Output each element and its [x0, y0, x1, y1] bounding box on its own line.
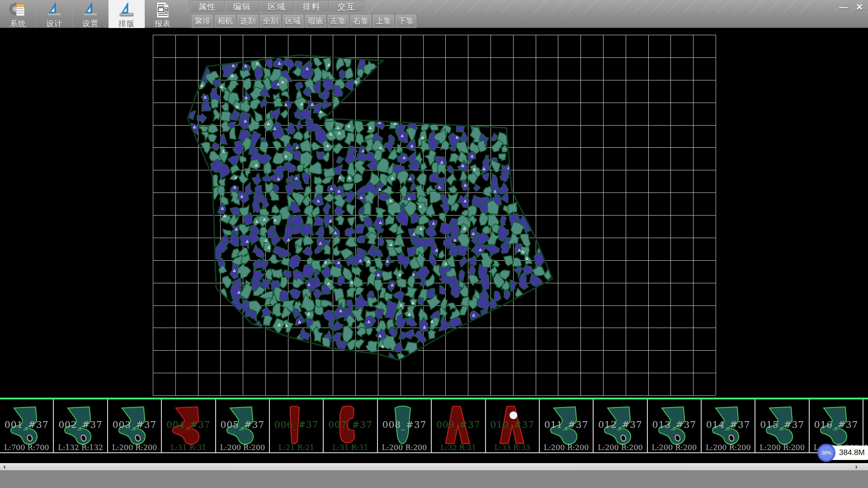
piece-id-label: 011_#37 [540, 419, 593, 430]
scroll-right-arrow-icon[interactable]: › [853, 464, 860, 471]
piece-thumbnail-006_#37[interactable]: 006_#37L:21 R:21 [270, 399, 324, 453]
tool-button-区域[interactable]: 区域 [283, 14, 303, 28]
menu-tab-区域[interactable]: 区域 [259, 1, 294, 13]
piece-thumbnail-014_#37[interactable]: 014_#37L:200 R:200 [702, 399, 755, 453]
tool-button-瑕疵[interactable]: 瑕疵 [305, 14, 326, 28]
scroll-left-arrow-icon[interactable]: ‹ [1, 464, 8, 471]
piece-lr-count-label: L:200 R:200 [108, 443, 161, 452]
tool-button-选割[interactable]: 选割 [237, 14, 258, 28]
piece-lr-count-label: L:200 R:200 [702, 443, 755, 452]
ribbon-tab-label: 设置 [72, 19, 108, 29]
ribbon-tab-排版[interactable]: 排版 [108, 0, 145, 28]
piece-id-label: 009_#37 [432, 419, 485, 430]
application-window: 系统设计设置排版报表 属性编辑区域排料交互 聚排相机选割全割区域瑕疵左靠右靠上靠… [0, 0, 868, 488]
piece-lr-count-label: L:21 R:21 [270, 443, 323, 452]
piece-id-label: 002_#37 [54, 419, 107, 430]
piece-id-label: 008_#37 [378, 419, 431, 430]
piece-thumbnail-015_#37[interactable]: 015_#37L:200 R:200 [755, 399, 809, 453]
menu-tab-属性[interactable]: 属性 [190, 1, 225, 13]
piece-lr-count-label: L:31 R:31 [162, 443, 215, 452]
piece-thumbnail-011_#37[interactable]: 011_#37L:200 R:200 [540, 399, 594, 453]
piece-id-label: 001_#37 [0, 419, 53, 430]
piece-lr-count-label: L:200 R:200 [755, 443, 808, 452]
piece-lr-count-label: L:33 R:33 [486, 443, 539, 452]
memory-percent-value: 38% [819, 446, 834, 460]
top-toolbar: 系统设计设置排版报表 属性编辑区域排料交互 聚排相机选割全割区域瑕疵左靠右靠上靠… [0, 0, 868, 28]
piece-id-label: 012_#37 [594, 419, 646, 430]
piece-lr-count-label: L:32 R:31 [432, 443, 485, 452]
piece-thumbnail-007_#37[interactable]: 007_#37L:31 R:31 [324, 399, 377, 453]
tool-button-左靠[interactable]: 左靠 [328, 14, 349, 28]
piece-thumbnail-004_#37[interactable]: 004_#37L:31 R:31 [162, 399, 216, 453]
piece-id-label: 014_#37 [702, 419, 755, 430]
piece-id-label: 006_#37 [270, 419, 323, 430]
piece-id-label: 004_#37 [162, 419, 215, 430]
ribbon-tab-设计[interactable]: 设计 [36, 0, 72, 28]
piece-lr-count-label: L:200 R:200 [216, 443, 269, 452]
report-doc-icon [154, 1, 172, 19]
piece-id-label: 013_#37 [648, 419, 701, 430]
tool-button-全割[interactable]: 全割 [260, 14, 281, 28]
tool-button-相机[interactable]: 相机 [215, 14, 236, 28]
ribbon-tab-label: 设计 [36, 19, 72, 29]
piece-thumbnail-008_#37[interactable]: 008_#37L:200 R:200 [378, 399, 432, 453]
design-ruler-icon [45, 1, 63, 19]
piece-lr-count-label: L:200 R:200 [594, 443, 646, 452]
piece-id-label: 003_#37 [108, 419, 161, 430]
ribbon-tab-label: 报表 [145, 19, 181, 29]
tool-button-右靠[interactable]: 右靠 [350, 14, 371, 28]
piece-thumbnail-003_#37[interactable]: 003_#37L:200 R:200 [108, 399, 162, 453]
piece-id-label: 005_#37 [216, 419, 269, 430]
piece-id-label: 007_#37 [324, 419, 377, 430]
piece-thumbnail-012_#37[interactable]: 012_#37L:200 R:200 [594, 399, 647, 453]
tool-button-上靠[interactable]: 上靠 [373, 14, 394, 28]
piece-lr-count-label: L:132 R:132 [54, 443, 107, 452]
piece-thumbnail-list: 001_#37L:700 R:700002_#37L:132 R:132003_… [0, 399, 868, 453]
ribbon-tab-label: 系统 [0, 19, 36, 29]
memory-usage-badge: 38% 384.8M [819, 446, 868, 460]
minimize-button[interactable]: — [837, 2, 850, 13]
tool-button-panel: 聚排相机选割全割区域瑕疵左靠右靠上靠下靠 [190, 14, 417, 28]
piece-lr-count-label: L:200 R:200 [540, 443, 593, 452]
tool-button-下靠[interactable]: 下靠 [396, 14, 416, 28]
piece-thumbnail-013_#37[interactable]: 013_#37L:200 R:200 [648, 399, 702, 453]
menu-tab-交互[interactable]: 交互 [329, 1, 364, 13]
piece-thumbnail-009_#37[interactable]: 009_#37L:32 R:31 [432, 399, 486, 453]
tool-button-聚排[interactable]: 聚排 [192, 14, 213, 28]
close-button[interactable]: ✕ [853, 2, 866, 13]
nesting-canvas[interactable] [0, 28, 868, 398]
layout-ruler-icon [118, 1, 136, 19]
piece-lr-count-label: L:700 R:700 [0, 443, 53, 452]
piece-thumbnail-strip: 001_#37L:700 R:700002_#37L:132 R:132003_… [0, 398, 868, 463]
piece-id-label: 016_#37 [810, 419, 863, 430]
piece-thumbnail-005_#37[interactable]: 005_#37L:200 R:200 [216, 399, 270, 453]
piece-lr-count-label: L:200 R:200 [378, 443, 431, 452]
memory-percent-circle: 38% [817, 444, 835, 462]
horizontal-scrollbar[interactable]: ‹ › [0, 463, 868, 470]
menu-tab-排料[interactable]: 排料 [294, 1, 329, 13]
ribbon-tab-系统[interactable]: 系统 [0, 0, 36, 28]
ribbon-tab-label: 排版 [108, 19, 145, 29]
piece-id-label: 015_#37 [755, 419, 808, 430]
piece-lr-count-label: L:31 R:31 [324, 443, 377, 452]
piece-thumbnail-002_#37[interactable]: 002_#37L:132 R:132 [54, 399, 108, 453]
piece-thumbnail-001_#37[interactable]: 001_#37L:700 R:700 [0, 399, 54, 453]
piece-id-label: 010_#37 [486, 419, 539, 430]
menu-tab-编辑[interactable]: 编辑 [225, 1, 259, 13]
ribbon-tab-设置[interactable]: 设置 [72, 0, 108, 28]
status-bar [0, 470, 868, 488]
setup-ruler-icon [81, 1, 99, 19]
piece-lr-count-label: L:200 R:200 [648, 443, 701, 452]
system-gear-icon [9, 1, 27, 19]
memory-amount-label: 384.8M [839, 446, 865, 460]
piece-thumbnail-010_#37[interactable]: 010_#37L:33 R:33 [486, 399, 540, 453]
ribbon-tab-报表[interactable]: 报表 [145, 0, 181, 28]
